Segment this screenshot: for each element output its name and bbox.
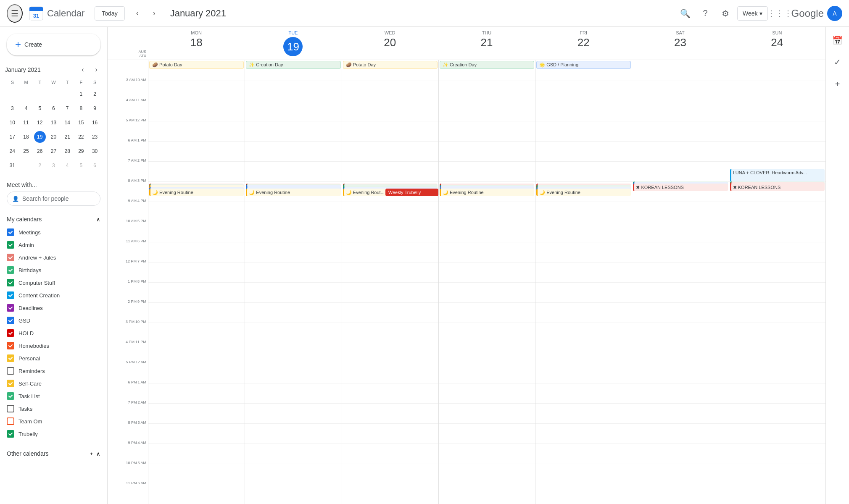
calendar-item-admin[interactable]: Admin [0,239,107,251]
mini-cal-day-26[interactable]: 26 [34,145,46,157]
calendar-item-team-om[interactable]: Team Om [0,415,107,428]
day-number-label[interactable]: 20 [384,37,396,48]
mini-cal-day-20[interactable]: 20 [47,131,59,143]
mini-cal-day-12[interactable]: 12 [34,117,46,129]
mini-cal-day-21[interactable]: 21 [61,131,73,143]
mini-cal-next[interactable]: › [90,64,102,76]
avatar[interactable]: A [827,6,842,21]
mini-cal-day-16[interactable]: 16 [89,117,101,129]
mini-cal-day-4[interactable]: 4 [20,102,32,114]
calendar-item-andrew-+-jules[interactable]: Andrew + Jules [0,251,107,264]
mini-cal-day-19[interactable]: 19 [34,131,46,143]
calendar-item-trubelly[interactable]: Trubelly [0,428,107,440]
mini-cal-day-3[interactable]: 3 [6,102,18,114]
grid-button[interactable]: ⋮⋮⋮ [771,5,788,22]
add-right-icon[interactable]: + [829,76,846,92]
calendar-item-reminders[interactable]: Reminders [0,365,107,377]
mini-cal-day-5[interactable]: 5 [34,102,46,114]
my-calendars-header[interactable]: My calendars ∧ [0,213,107,226]
calendar-view-icon[interactable]: 📅 [829,32,846,49]
calendar-checkbox-deadlines[interactable] [7,304,14,312]
today-button[interactable]: Today [95,6,124,21]
calendar-checkbox-computer-stuff[interactable] [7,279,14,286]
mini-cal-day-13[interactable]: 13 [47,117,59,129]
check-tasks-icon[interactable]: ✓ [829,54,846,71]
calendar-checkbox-admin[interactable] [7,241,14,249]
calendar-checkbox-content-creation[interactable] [7,291,14,299]
event-block[interactable]: 🌙 Evening Routine9 – 10pm [246,189,340,196]
mini-cal-prev[interactable]: ‹ [77,64,89,76]
settings-button[interactable]: ⚙ [717,5,734,22]
event-block[interactable]: LUNA + CLOVER: Heartworm Adv... [730,169,825,181]
event-block[interactable]: ✖ KOREAN LESSONS2 – 3pm [730,184,825,191]
all-day-event[interactable]: 🌟 GSD / Planning [536,61,631,69]
calendar-checkbox-reminders[interactable] [7,367,14,375]
mini-cal-day-11[interactable]: 11 [20,117,32,129]
calendar-item-hold[interactable]: HOLD [0,327,107,339]
hamburger-button[interactable]: ☰ [7,4,23,23]
mini-cal-day-6[interactable]: 6 [89,160,101,171]
day-number-label[interactable]: 23 [674,37,686,48]
calendar-item-computer-stuff[interactable]: Computer Stuff [0,276,107,289]
mini-cal-day-15[interactable]: 15 [75,117,87,129]
calendar-item-self-care[interactable]: Self-Care [0,377,107,390]
calendar-checkbox-personal[interactable] [7,354,14,362]
calendar-item-homebodies[interactable]: Homebodies [0,339,107,352]
calendar-checkbox-andrew-+-jules[interactable] [7,254,14,261]
day-number-label[interactable]: 19 [283,37,303,56]
mini-cal-day-22[interactable]: 22 [75,131,87,143]
create-button[interactable]: + Create [7,34,100,55]
help-button[interactable]: ? [697,5,714,22]
mini-cal-day-2[interactable]: 2 [34,160,46,171]
day-number-label[interactable]: 24 [771,37,783,48]
day-number-label[interactable]: 21 [481,37,493,48]
calendar-checkbox-team-om[interactable] [7,417,14,425]
mini-cal-day-1[interactable]: 1 [75,88,87,100]
event-block[interactable]: Weekly Trubelly9 – 10pm [385,189,438,196]
mini-cal-day-30[interactable]: 30 [89,145,101,157]
mini-cal-day-9[interactable]: 9 [89,102,101,114]
calendar-checkbox-gsd[interactable] [7,317,14,324]
event-block[interactable]: 🌙 Evening Routine9 – 10pm [440,189,534,196]
calendar-item-birthdays[interactable]: Birthdays [0,264,107,276]
all-day-event[interactable]: 🥔 Potato Day [343,61,438,69]
other-calendars-header[interactable]: Other calendars + ∧ [0,447,107,460]
event-block[interactable]: 🌙 Evening Routine9 – 10pm [536,189,631,196]
calendar-checkbox-self-care[interactable] [7,380,14,387]
mini-cal-day-25[interactable]: 25 [20,145,32,157]
calendar-item-meetings[interactable]: Meetings [0,226,107,239]
prev-button[interactable]: ‹ [130,6,145,21]
mini-cal-day-2[interactable]: 2 [89,88,101,100]
mini-cal-day-28[interactable]: 28 [61,145,73,157]
mini-cal-day-3[interactable]: 3 [47,160,59,171]
search-button[interactable]: 🔍 [677,5,693,22]
mini-cal-day-24[interactable]: 24 [6,145,18,157]
mini-cal-day-10[interactable]: 10 [6,117,18,129]
search-people[interactable]: 👤 Search for people [7,192,100,206]
next-button[interactable]: › [147,6,162,21]
calendar-checkbox-homebodies[interactable] [7,342,14,349]
mini-cal-day-29[interactable]: 29 [75,145,87,157]
view-selector[interactable]: Week ▾ [737,6,768,21]
calendar-item-deadlines[interactable]: Deadlines [0,302,107,314]
mini-cal-day-27[interactable]: 27 [47,145,59,157]
calendar-checkbox-task-list[interactable] [7,392,14,400]
event-block[interactable]: 🌙 Evening Routine9 – 10pm [149,189,244,196]
mini-cal-day-14[interactable]: 14 [61,117,73,129]
calendar-checkbox-birthdays[interactable] [7,266,14,274]
all-day-event[interactable]: ✨ Creation Day [440,61,534,69]
day-number-label[interactable]: 18 [190,37,203,48]
calendar-checkbox-hold[interactable] [7,329,14,337]
calendar-item-gsd[interactable]: GSD [0,314,107,327]
day-number-label[interactable]: 22 [577,37,590,48]
all-day-event[interactable]: 🥔 Potato Day [149,61,244,69]
mini-cal-day-7[interactable]: 7 [61,102,73,114]
mini-cal-day-5[interactable]: 5 [75,160,87,171]
calendar-item-personal[interactable]: Personal [0,352,107,365]
mini-cal-day-17[interactable]: 17 [6,131,18,143]
mini-cal-day-18[interactable]: 18 [20,131,32,143]
mini-cal-day-31[interactable]: 31 [6,160,18,171]
mini-cal-day-8[interactable]: 8 [75,102,87,114]
calendar-item-content-creation[interactable]: Content Creation [0,289,107,302]
mini-cal-day-6[interactable]: 6 [47,102,59,114]
